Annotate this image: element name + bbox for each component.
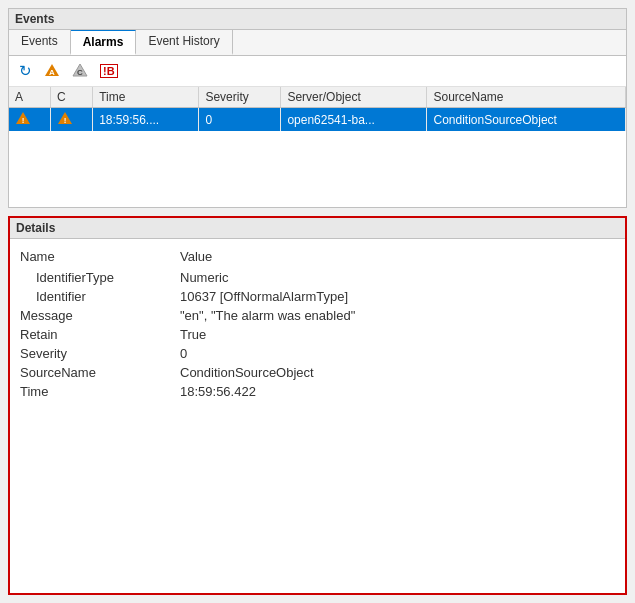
main-container: Events Events Alarms Event History ↻ A: [0, 0, 635, 603]
details-panel: Details Name Value IdentifierType Numeri…: [8, 216, 627, 595]
tab-alarms[interactable]: Alarms: [71, 30, 137, 55]
cell-server-object: open62541-ba...: [281, 108, 427, 132]
tab-event-history[interactable]: Event History: [136, 30, 232, 55]
col-header-time: Time: [93, 87, 199, 108]
events-panel-title: Events: [9, 9, 626, 30]
details-row-identifier: Identifier 10637 [OffNormalAlarmType]: [20, 287, 615, 306]
details-value-identifier: 10637 [OffNormalAlarmType]: [180, 289, 348, 304]
events-panel: Events Events Alarms Event History ↻ A: [8, 8, 627, 208]
details-name-message: Message: [20, 308, 180, 323]
details-col-name: Name: [20, 249, 180, 264]
details-name-time: Time: [20, 384, 180, 399]
details-row-severity: Severity 0: [20, 344, 615, 363]
cell-severity: 0: [199, 108, 281, 132]
details-value-source-name: ConditionSourceObject: [180, 365, 314, 380]
cell-source-name: ConditionSourceObject: [427, 108, 626, 132]
svg-text:A: A: [49, 67, 55, 76]
details-value-time: 18:59:56.422: [180, 384, 256, 399]
row-a-icon: !: [15, 111, 31, 125]
filter-rb-icon: !B: [100, 64, 118, 78]
filter-a-button[interactable]: A: [40, 60, 64, 83]
details-name-retain: Retain: [20, 327, 180, 342]
svg-text:C: C: [77, 67, 83, 76]
alarm-a-svg: A: [44, 63, 60, 77]
details-row-identifier-type: IdentifierType Numeric: [20, 268, 615, 287]
details-header-row: Name Value: [20, 247, 615, 268]
refresh-icon: ↻: [19, 62, 32, 80]
col-header-source-name: SourceName: [427, 87, 626, 108]
col-header-severity: Severity: [199, 87, 281, 108]
details-row-retain: Retain True: [20, 325, 615, 344]
filter-rb-button[interactable]: !B: [96, 61, 122, 81]
details-value-severity: 0: [180, 346, 187, 361]
alarm-c-svg: C: [72, 63, 88, 77]
toolbar: ↻ A C !B: [9, 56, 626, 87]
details-title: Details: [10, 218, 625, 239]
details-col-value: Value: [180, 249, 212, 264]
details-row-message: Message "en", "The alarm was enabled": [20, 306, 615, 325]
alarm-table: A C Time Severity Server/Object SourceNa…: [9, 87, 626, 131]
col-header-c: C: [50, 87, 92, 108]
details-value-retain: True: [180, 327, 206, 342]
filter-c-icon: C: [72, 63, 88, 80]
row-c-icon: !: [57, 111, 73, 125]
details-row-time: Time 18:59:56.422: [20, 382, 615, 401]
col-header-a: A: [9, 87, 50, 108]
col-header-server-object: Server/Object: [281, 87, 427, 108]
details-value-message: "en", "The alarm was enabled": [180, 308, 355, 323]
tabs-bar: Events Alarms Event History: [9, 30, 626, 56]
details-content: Name Value IdentifierType Numeric Identi…: [10, 239, 625, 409]
refresh-button[interactable]: ↻: [15, 59, 36, 83]
details-name-identifier-type: IdentifierType: [20, 270, 180, 285]
details-name-identifier: Identifier: [20, 289, 180, 304]
details-name-source-name: SourceName: [20, 365, 180, 380]
details-row-source-name: SourceName ConditionSourceObject: [20, 363, 615, 382]
filter-a-icon: A: [44, 63, 60, 80]
svg-text:!: !: [64, 116, 67, 125]
cell-c: !: [50, 108, 92, 132]
table-header-row: A C Time Severity Server/Object SourceNa…: [9, 87, 626, 108]
table-row[interactable]: ! ! 18:59:56.... 0 open62541-ba...: [9, 108, 626, 132]
svg-text:!: !: [22, 116, 25, 125]
cell-time: 18:59:56....: [93, 108, 199, 132]
details-name-severity: Severity: [20, 346, 180, 361]
tab-events[interactable]: Events: [9, 30, 71, 55]
alarm-table-area: A C Time Severity Server/Object SourceNa…: [9, 87, 626, 207]
cell-a: !: [9, 108, 50, 132]
details-value-identifier-type: Numeric: [180, 270, 228, 285]
filter-c-button[interactable]: C: [68, 60, 92, 83]
